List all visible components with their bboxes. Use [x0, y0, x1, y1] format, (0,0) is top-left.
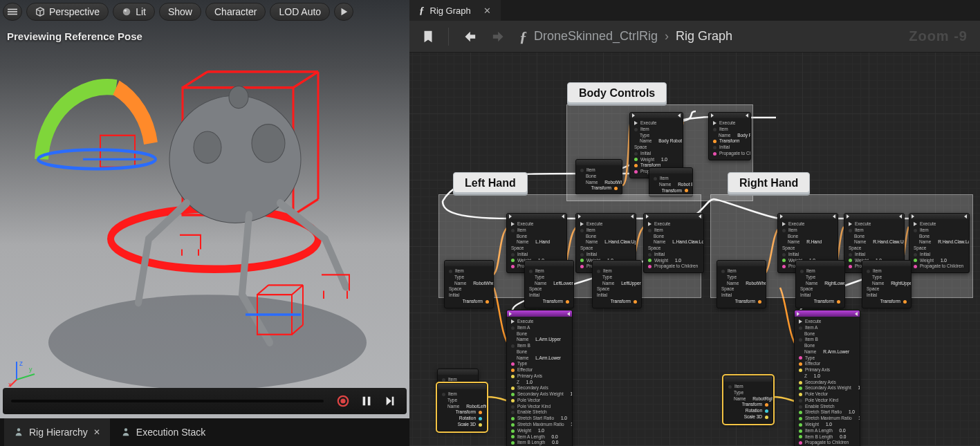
node-ik-right[interactable]: Execute Item A Bone Item B Bone Name R.A… [794, 310, 860, 446]
chevron-right-icon: › [665, 29, 669, 44]
svg-line-4 [293, 72, 318, 88]
svg-rect-23 [8, 11, 17, 12]
preview-pose-label: Previewing Reference Pose [7, 30, 142, 42]
viewport-show-label: Show [168, 6, 192, 17]
node-get-transform-rightupperclaw[interactable]: Item Type Name RightUpperClaw Space Init… [862, 260, 912, 308]
node-small-right-a[interactable]: Item Type Name RobotRightClaw Transform … [723, 375, 773, 424]
node-get-transform-robotbody[interactable]: Item Name Robot Body Transform [649, 167, 693, 197]
function-icon: ƒ [419, 5, 425, 17]
play-icon [339, 7, 349, 17]
svg-point-39 [124, 428, 127, 431]
viewport-character-button[interactable]: Character [205, 3, 266, 21]
breadcrumb: ƒ DroneSkinned_CtrlRig › Rig Graph [519, 28, 732, 46]
svg-text:y: y [29, 366, 33, 373]
step-forward-button[interactable] [382, 393, 398, 409]
svg-text:x: x [8, 381, 12, 388]
comment-body-controls-label: Body Controls [567, 82, 667, 103]
tab-execution-stack[interactable]: Execution Stack [111, 418, 215, 446]
svg-point-9 [252, 124, 285, 162]
pause-icon [360, 395, 373, 407]
node-set-lclaw-lower[interactable]: Execute Item Bone Name L.Hand.Claw.Lower… [643, 213, 704, 273]
viewport-scene [0, 0, 409, 446]
graph-canvas[interactable]: Body Controls Execute Item Type Name Bod… [409, 53, 980, 446]
svg-line-14 [292, 285, 303, 295]
step-forward-icon [384, 395, 396, 407]
nav-back-button[interactable] [459, 26, 479, 47]
node-get-transform-robotwheel-l[interactable]: Item Type Name RobotWheel Space Initial … [444, 260, 494, 308]
tab-rig-hierarchy-close[interactable]: ✕ [93, 427, 100, 437]
comment-left-hand-label: Left Hand [453, 172, 528, 193]
breadcrumb-asset[interactable]: DroneSkinned_CtrlRig [534, 29, 658, 44]
zoom-indicator: Zoom -9 [909, 28, 968, 44]
svg-point-10 [194, 131, 221, 163]
node-get-transform-leftupperclaw[interactable]: Item Type Name LeftUpperClaw Space Initi… [592, 260, 642, 308]
node-small-left-b[interactable]: Item Type Name RobotLeftClaw Transform R… [437, 383, 487, 431]
svg-line-3 [183, 72, 207, 88]
node-get-transform-robotwheel-r[interactable]: Item Type Name RobotWheel Space Initial … [716, 260, 766, 308]
node-get-transform-rightlowerclaw[interactable]: Item Type Name RightLowerClaw Space Init… [795, 260, 845, 308]
tab-rig-graph[interactable]: ƒ Rig Graph ✕ [409, 0, 501, 21]
function-icon: ƒ [519, 28, 527, 46]
svg-point-25 [123, 8, 131, 16]
node-ik-left[interactable]: Execute Item A Bone Name L.Arm.Upper Ite… [506, 310, 573, 446]
arrow-left-icon [461, 29, 477, 44]
tab-rig-graph-close[interactable]: ✕ [483, 6, 491, 16]
svg-rect-24 [8, 14, 17, 15]
arrow-right-icon [492, 29, 507, 44]
viewport-perspective-label: Perspective [49, 6, 100, 17]
viewport-lit-label: Lit [136, 6, 146, 17]
breadcrumb-graph[interactable]: Rig Graph [676, 29, 732, 44]
nav-forward-button[interactable] [489, 26, 510, 47]
comment-right-hand-label: Right Hand [728, 172, 810, 193]
viewport-character-label: Character [214, 6, 257, 17]
svg-point-0 [48, 295, 367, 390]
cube-icon [35, 7, 45, 17]
rig-hierarchy-label: Rig Hierarchy [29, 427, 88, 438]
node-get-transform-robotwheel[interactable]: Item Bone Name RobotWheel Transform [575, 159, 622, 195]
svg-rect-35 [363, 397, 366, 406]
svg-line-29 [17, 374, 35, 380]
svg-line-13 [257, 285, 268, 295]
svg-rect-36 [368, 397, 371, 406]
pause-button[interactable] [358, 393, 375, 409]
svg-rect-37 [392, 397, 394, 406]
svg-point-34 [340, 398, 345, 403]
person-icon [121, 427, 131, 437]
sphere-icon [122, 7, 131, 17]
timeline-slider[interactable] [11, 400, 324, 402]
tab-rig-graph-label: Rig Graph [430, 6, 471, 16]
viewport-menu-button[interactable] [3, 3, 22, 21]
svg-rect-22 [8, 9, 17, 10]
execution-stack-label: Execution Stack [136, 427, 205, 438]
svg-point-11 [229, 86, 248, 108]
svg-point-38 [17, 428, 20, 431]
viewport-show-button[interactable]: Show [159, 3, 201, 21]
svg-point-26 [124, 10, 127, 12]
viewport-lod-label: LOD Auto [279, 6, 321, 17]
record-button[interactable] [335, 393, 351, 409]
node-set-rclaw-lower[interactable]: Execute Item Bone Name R.Hand.Claw.Lower… [909, 213, 970, 273]
node-get-transform-leftlowerclaw[interactable]: Item Type Name LeftLowerClaw Space Initi… [524, 260, 574, 308]
person-icon [14, 427, 24, 437]
viewport-lit-button[interactable]: Lit [113, 3, 155, 21]
svg-text:z: z [19, 360, 23, 367]
bookmark-button[interactable] [418, 26, 438, 47]
bookmark-icon [420, 29, 436, 44]
viewport-perspective-button[interactable]: Perspective [26, 3, 109, 21]
axis-gizmo: z y x [10, 359, 37, 387]
tab-rig-hierarchy[interactable]: Rig Hierarchy ✕ [4, 418, 110, 446]
node-set-transform-bodyrobot-2[interactable]: Execute Item Name Body Robot Transform I… [708, 112, 751, 160]
viewport-play-button[interactable] [334, 3, 353, 21]
viewport-lod-button[interactable]: LOD Auto [270, 3, 330, 21]
